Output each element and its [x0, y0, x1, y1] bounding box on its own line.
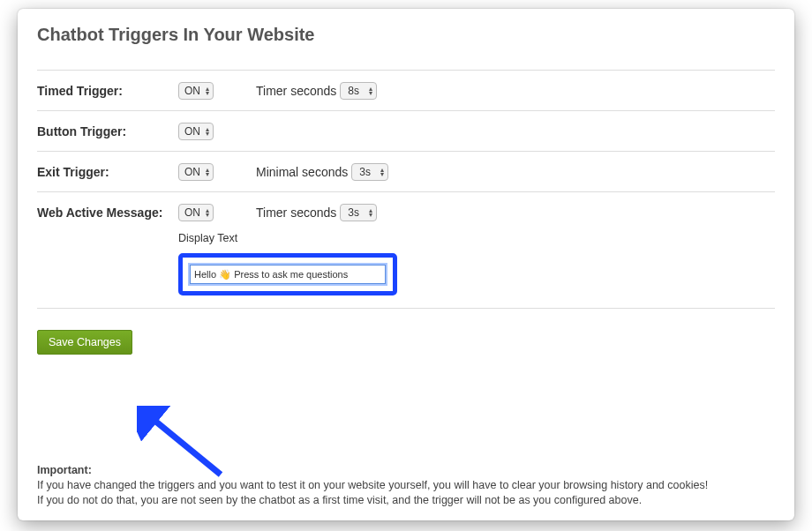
divider — [37, 308, 775, 309]
label-web-active-message: Web Active Message: — [37, 206, 178, 220]
label-timed-trigger: Timed Trigger: — [37, 84, 178, 98]
row-timed-trigger: Timed Trigger: ON ▴▾ Timer seconds 8s ▴▾ — [37, 70, 775, 110]
settings-panel: Chatbot Triggers In Your Website Timed T… — [18, 9, 794, 520]
label-minimal-seconds: Minimal seconds — [256, 165, 348, 179]
page-title: Chatbot Triggers In Your Website — [37, 25, 775, 45]
select-active-toggle[interactable]: ON ▴▾ — [178, 204, 214, 221]
select-timed-seconds[interactable]: 8s ▴▾ — [340, 82, 377, 100]
label-button-trigger: Button Trigger: — [37, 124, 178, 138]
important-heading: Important: — [37, 463, 775, 478]
updown-icon: ▴▾ — [380, 168, 384, 176]
select-value: 3s — [359, 166, 374, 178]
updown-icon: ▴▾ — [206, 208, 209, 217]
select-button-toggle[interactable]: ON ▴▾ — [178, 123, 214, 140]
select-value: ON — [184, 166, 204, 178]
updown-icon: ▴▾ — [369, 208, 372, 217]
important-line-2: If you do not do that, you are not seen … — [37, 493, 775, 508]
important-note: Important: If you have changed the trigg… — [37, 463, 775, 508]
label-active-timer-seconds: Timer seconds — [256, 206, 336, 220]
select-value: ON — [184, 85, 204, 97]
select-exit-toggle[interactable]: ON ▴▾ — [178, 163, 214, 181]
save-button[interactable]: Save Changes — [37, 330, 132, 355]
row-button-trigger: Button Trigger: ON ▴▾ — [37, 110, 775, 151]
select-exit-seconds[interactable]: 3s ▴▾ — [351, 163, 388, 181]
important-line-1: If you have changed the triggers and you… — [37, 478, 775, 493]
updown-icon: ▴▾ — [206, 86, 209, 95]
select-value: 3s — [348, 206, 363, 219]
select-active-seconds[interactable]: 3s ▴▾ — [340, 204, 377, 221]
row-web-active-message: Web Active Message: ON ▴▾ Timer seconds … — [37, 191, 775, 232]
input-display-text[interactable] — [190, 265, 386, 284]
select-timed-toggle[interactable]: ON ▴▾ — [178, 82, 214, 100]
select-value: 8s — [348, 85, 363, 97]
label-exit-trigger: Exit Trigger: — [37, 165, 178, 179]
label-display-text: Display Text — [37, 232, 775, 250]
row-exit-trigger: Exit Trigger: ON ▴▾ Minimal seconds 3s ▴… — [37, 151, 775, 191]
highlight-display-text — [178, 253, 397, 295]
select-value: ON — [184, 206, 204, 219]
updown-icon: ▴▾ — [369, 86, 372, 95]
updown-icon: ▴▾ — [206, 168, 209, 176]
label-timer-seconds: Timer seconds — [256, 84, 336, 98]
updown-icon: ▴▾ — [206, 127, 209, 136]
select-value: ON — [184, 125, 204, 138]
